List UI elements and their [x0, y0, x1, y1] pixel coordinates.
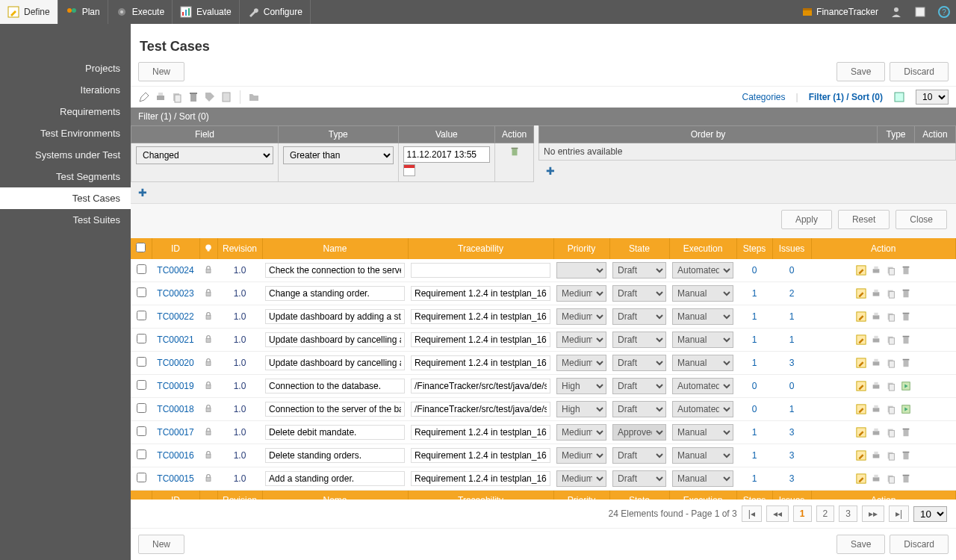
state-select[interactable]: Draft — [612, 378, 666, 394]
steps-count[interactable]: 1 — [752, 335, 757, 345]
user-icon[interactable] — [884, 0, 908, 24]
state-select[interactable]: Draft — [612, 308, 666, 325]
delete-icon[interactable] — [187, 91, 199, 103]
row-last-action-icon[interactable] — [900, 264, 912, 276]
execution-select[interactable]: Manual — [672, 332, 733, 348]
copy-icon[interactable] — [171, 91, 183, 103]
folder-icon[interactable] — [248, 91, 260, 103]
steps-count[interactable]: 1 — [752, 450, 757, 461]
issues-count[interactable]: 0 — [789, 381, 795, 391]
row-copy-icon[interactable] — [885, 287, 897, 299]
select-all-checkbox[interactable] — [136, 243, 146, 252]
sidebar-item-systems-under-test[interactable]: Systems under Test — [0, 144, 131, 166]
testcase-id-link[interactable]: TC00024 — [157, 265, 193, 276]
row-print-icon[interactable] — [870, 449, 882, 461]
row-print-icon[interactable] — [870, 473, 882, 485]
new-button-bottom[interactable]: New — [138, 535, 184, 554]
testcase-id-link[interactable]: TC00017 — [157, 427, 193, 438]
name-input[interactable] — [265, 355, 405, 370]
state-select[interactable]: Draft — [612, 401, 666, 417]
row-edit-icon[interactable] — [855, 264, 867, 276]
export-icon[interactable] — [893, 91, 905, 103]
edit-icon[interactable] — [138, 91, 150, 103]
col-state[interactable]: State — [609, 238, 669, 259]
testcase-id-link[interactable]: TC00015 — [157, 473, 193, 484]
traceability-input[interactable] — [411, 448, 550, 463]
issues-count[interactable]: 1 — [789, 404, 795, 414]
col-issues[interactable]: Issues — [772, 238, 811, 259]
project-switcher[interactable]: FinanceTracker — [795, 0, 884, 24]
execution-select[interactable]: Manual — [672, 470, 733, 487]
execution-select[interactable]: Automated — [672, 378, 733, 394]
sidebar-item-requirements[interactable]: Requirements — [0, 101, 131, 122]
pager-first[interactable]: |◂ — [742, 505, 762, 522]
name-input[interactable] — [265, 309, 405, 324]
row-edit-icon[interactable] — [855, 380, 867, 392]
name-input[interactable] — [265, 402, 405, 417]
row-edit-icon[interactable] — [855, 403, 867, 415]
sidebar-item-test-suites[interactable]: Test Suites — [0, 209, 131, 231]
row-print-icon[interactable] — [870, 311, 882, 323]
pager-page-2[interactable]: 2 — [816, 505, 835, 522]
row-checkbox[interactable] — [137, 311, 146, 320]
testcase-id-link[interactable]: TC00020 — [157, 358, 193, 368]
col-steps[interactable]: Steps — [736, 238, 772, 259]
row-checkbox[interactable] — [137, 287, 146, 297]
row-edit-icon[interactable] — [855, 473, 867, 485]
state-select[interactable]: Draft — [612, 285, 666, 302]
paste-icon[interactable] — [220, 91, 232, 103]
state-select[interactable]: Draft — [612, 262, 666, 279]
row-copy-icon[interactable] — [885, 357, 897, 369]
row-print-icon[interactable] — [870, 403, 882, 415]
sidebar-item-test-cases[interactable]: Test Cases — [0, 187, 131, 209]
priority-select[interactable]: Medium — [556, 470, 606, 487]
pager-page-size[interactable]: 10 — [913, 506, 947, 522]
row-last-action-icon[interactable] — [900, 311, 912, 323]
add-filter-icon[interactable]: ✚ — [131, 182, 155, 203]
pager-last[interactable]: ▸| — [889, 505, 909, 522]
priority-select[interactable]: Medium — [556, 447, 606, 464]
row-last-action-icon[interactable] — [900, 426, 912, 438]
row-edit-icon[interactable] — [855, 287, 867, 299]
traceability-input[interactable] — [411, 286, 550, 301]
row-copy-icon[interactable] — [885, 380, 897, 392]
filter-apply-button[interactable]: Apply — [781, 210, 832, 229]
col-priority[interactable]: Priority — [553, 238, 609, 259]
pager-next[interactable]: ▸▸ — [862, 505, 884, 522]
row-edit-icon[interactable] — [855, 311, 867, 323]
tab-execute[interactable]: Execute — [108, 0, 173, 24]
traceability-input[interactable] — [411, 425, 550, 440]
row-print-icon[interactable] — [870, 264, 882, 276]
row-checkbox[interactable] — [137, 473, 146, 482]
name-input[interactable] — [265, 263, 405, 278]
page-size-select-top[interactable]: 10 — [916, 90, 949, 105]
steps-count[interactable]: 1 — [752, 288, 757, 299]
tab-plan[interactable]: Plan — [58, 0, 108, 24]
row-copy-icon[interactable] — [885, 449, 897, 461]
save-button-bottom[interactable]: Save — [836, 535, 885, 554]
filter-type-select[interactable]: Greater than — [283, 146, 394, 164]
name-input[interactable] — [265, 425, 405, 440]
row-copy-icon[interactable] — [885, 473, 897, 485]
row-edit-icon[interactable] — [855, 334, 867, 346]
row-copy-icon[interactable] — [885, 426, 897, 438]
issues-count[interactable]: 1 — [789, 311, 795, 322]
row-last-action-icon[interactable] — [900, 473, 912, 485]
steps-count[interactable]: 1 — [752, 427, 757, 438]
testcase-id-link[interactable]: TC00019 — [157, 381, 193, 391]
testcase-id-link[interactable]: TC00016 — [157, 450, 193, 461]
issues-count[interactable]: 3 — [789, 427, 795, 438]
steps-count[interactable]: 0 — [752, 404, 757, 414]
name-input[interactable] — [265, 471, 405, 486]
sidebar-item-test-segments[interactable]: Test Segments — [0, 166, 131, 187]
steps-count[interactable]: 1 — [752, 473, 757, 484]
row-checkbox[interactable] — [137, 403, 146, 413]
steps-count[interactable]: 1 — [752, 358, 757, 368]
priority-select[interactable]: Medium — [556, 285, 606, 302]
row-print-icon[interactable] — [870, 380, 882, 392]
row-copy-icon[interactable] — [885, 334, 897, 346]
row-last-action-icon[interactable] — [900, 449, 912, 461]
row-edit-icon[interactable] — [855, 357, 867, 369]
pager-page-1[interactable]: 1 — [793, 505, 812, 522]
traceability-input[interactable] — [411, 309, 550, 324]
